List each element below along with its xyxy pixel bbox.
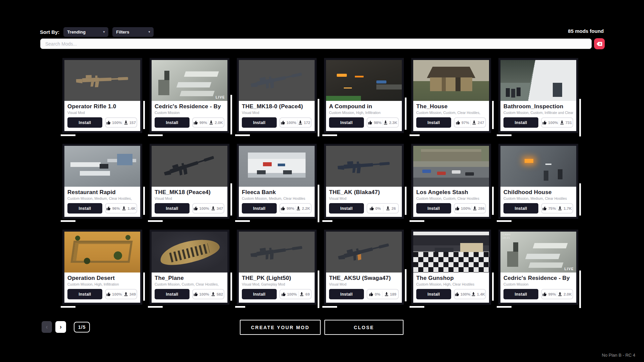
card-scrollbar-vertical[interactable] xyxy=(405,269,407,301)
cctv-cam-label: CAM4 19:21 xyxy=(502,233,511,240)
card-scrollbar-vertical[interactable] xyxy=(318,185,319,222)
card-scrollbar-vertical[interactable] xyxy=(143,101,145,129)
mod-info: Childhood House Custom Mission, Medium, … xyxy=(500,187,576,217)
card-scrollbar-vertical[interactable] xyxy=(143,273,145,301)
next-page-button[interactable]: › xyxy=(55,321,66,333)
mod-tags: Visual Mod xyxy=(155,196,224,200)
install-button[interactable]: Install xyxy=(416,203,451,214)
install-button[interactable]: Install xyxy=(67,203,102,214)
install-button[interactable]: Install xyxy=(329,117,364,128)
mod-card[interactable]: Restaurant Rapid Custom Mission, Medium,… xyxy=(62,144,142,219)
install-button[interactable]: Install xyxy=(242,117,277,128)
install-button[interactable]: Install xyxy=(503,203,538,214)
stats-divider xyxy=(123,291,123,297)
card-scrollbar-horizontal[interactable] xyxy=(61,134,75,136)
mod-card[interactable]: THE_AK (Blaka47) Visual Mod Install 0% xyxy=(324,144,404,219)
card-scrollbar-horizontal[interactable] xyxy=(322,306,337,308)
mod-card[interactable]: THE_AKSU (Swaga47) Visual Mod Install 0% xyxy=(324,230,404,305)
download-count: 349 xyxy=(129,292,136,296)
card-scrollbar-vertical[interactable] xyxy=(579,270,581,308)
previous-page-button[interactable]: ‹ xyxy=(42,321,52,333)
card-scrollbar-horizontal[interactable] xyxy=(235,220,250,222)
mod-title: The Gunshop xyxy=(416,275,486,282)
card-scrollbar-vertical[interactable] xyxy=(579,183,581,216)
install-button[interactable]: Install xyxy=(242,203,277,214)
mod-card[interactable]: Operation Desert Custom Mission, High, I… xyxy=(62,230,142,305)
mod-title: Childhood House xyxy=(503,189,573,196)
create-your-mod-button[interactable]: CREATE YOUR MOD xyxy=(240,320,321,335)
card-scrollbar-vertical[interactable] xyxy=(230,183,232,216)
install-button[interactable]: Install xyxy=(155,117,190,128)
card-scrollbar-vertical[interactable] xyxy=(405,187,407,215)
mod-card[interactable]: Bathroom_Inspection Custom Mission, Cust… xyxy=(498,58,578,133)
like-percentage: 75% xyxy=(548,206,556,210)
thumbs-up-icon xyxy=(369,292,373,296)
install-button[interactable]: Install xyxy=(503,117,538,128)
sort-dropdown[interactable]: Trending ▾ xyxy=(63,27,108,37)
like-percentage: 100% xyxy=(461,206,471,210)
install-button[interactable]: Install xyxy=(329,289,364,299)
card-scrollbar-horizontal[interactable] xyxy=(410,306,424,308)
install-button[interactable]: Install xyxy=(67,289,102,299)
filters-dropdown[interactable]: Filters ▾ xyxy=(112,27,154,37)
card-scrollbar-horizontal[interactable] xyxy=(497,306,512,308)
mod-card[interactable]: The_Plane Custom Mission, Custom, Clear … xyxy=(150,230,229,305)
card-scrollbar-horizontal[interactable] xyxy=(410,220,424,222)
card-scrollbar-horizontal[interactable] xyxy=(235,306,245,308)
card-scrollbar-vertical[interactable] xyxy=(230,273,232,301)
mod-card[interactable]: THE_MK18-0 (Peace4) Visual Mod Install 1… xyxy=(237,58,317,133)
mod-card[interactable]: Los Angeles Stash Custom Mission, Custom… xyxy=(411,144,491,219)
mod-card[interactable]: CAM4 19:21 LIVE Cedric's Residence - By … xyxy=(498,230,578,305)
card-scrollbar-horizontal[interactable] xyxy=(497,220,512,222)
card-scrollbar-vertical[interactable] xyxy=(492,101,494,129)
install-button[interactable]: Install xyxy=(155,203,190,214)
card-scrollbar-horizontal[interactable] xyxy=(322,134,337,136)
mod-card[interactable]: The Gunshop Custom Mission, High, Clear … xyxy=(411,230,491,305)
card-scrollbar-horizontal[interactable] xyxy=(322,220,332,222)
mod-tags: Custom Mission, Medium, Clear Hostiles xyxy=(242,196,312,200)
mod-card[interactable]: A Compound in Custom Mission, High, Infi… xyxy=(324,58,404,133)
mod-card[interactable]: The_House Custom Mission, Custom, Clear … xyxy=(411,58,491,133)
clear-search-button[interactable] xyxy=(594,38,605,49)
downloads-stat: 157 xyxy=(124,120,136,125)
downloads-stat: 1.4K xyxy=(471,292,485,296)
card-scrollbar-horizontal[interactable] xyxy=(235,134,250,136)
card-scrollbar-vertical[interactable] xyxy=(318,99,319,136)
card-scrollbar-horizontal[interactable] xyxy=(148,134,163,136)
card-scrollbar-vertical[interactable] xyxy=(405,98,407,130)
mod-actions: Install 99% 2.2K xyxy=(242,203,312,214)
card-scrollbar-vertical[interactable] xyxy=(492,273,494,301)
card-scrollbar-vertical[interactable] xyxy=(230,95,232,134)
mod-card[interactable]: Fleeca Bank Custom Mission, Medium, Clea… xyxy=(237,144,317,219)
like-percentage: 99% xyxy=(199,121,207,125)
install-button[interactable]: Install xyxy=(329,203,364,214)
install-button[interactable]: Install xyxy=(416,117,451,128)
close-button[interactable]: CLOSE xyxy=(324,320,404,335)
mod-actions: Install 100% 286 xyxy=(416,203,486,214)
card-scrollbar-vertical[interactable] xyxy=(318,270,319,308)
card-scrollbar-horizontal[interactable] xyxy=(148,220,163,222)
mod-card[interactable]: LIVE Cedric's Residence - By Custom Miss… xyxy=(150,58,229,133)
mod-card[interactable]: Operator Rifle 1.0 Visual Mod Install 10… xyxy=(62,58,142,133)
card-scrollbar-horizontal[interactable] xyxy=(61,306,75,308)
mod-tags: Custom Mission, Custom, Infiltrate and C… xyxy=(503,111,573,115)
search-input[interactable] xyxy=(40,39,592,49)
card-scrollbar-horizontal[interactable] xyxy=(410,134,420,136)
card-scrollbar-horizontal[interactable] xyxy=(61,220,75,222)
install-button[interactable]: Install xyxy=(416,289,451,299)
card-scrollbar-horizontal[interactable] xyxy=(497,134,512,136)
install-button[interactable]: Install xyxy=(67,117,102,128)
install-button[interactable]: Install xyxy=(155,289,190,299)
card-scrollbar-vertical[interactable] xyxy=(492,187,494,215)
install-button[interactable]: Install xyxy=(503,289,538,299)
thumbs-up-icon xyxy=(194,292,198,296)
mod-card[interactable]: Childhood House Custom Mission, Medium, … xyxy=(498,144,578,219)
install-button[interactable]: Install xyxy=(242,289,277,299)
mod-actions: Install 100% 172 xyxy=(242,117,312,128)
card-scrollbar-vertical[interactable] xyxy=(143,187,145,215)
card-scrollbar-horizontal[interactable] xyxy=(148,306,163,308)
card-scrollbar-vertical[interactable] xyxy=(579,99,581,136)
mod-stats: 100% 286 xyxy=(454,203,486,214)
mod-card[interactable]: THE_PK (Light50) Visual Mod, Gameplay Mo… xyxy=(237,230,317,305)
mod-card[interactable]: THE_MK18 (Peace4) Visual Mod Install 100… xyxy=(150,144,229,219)
